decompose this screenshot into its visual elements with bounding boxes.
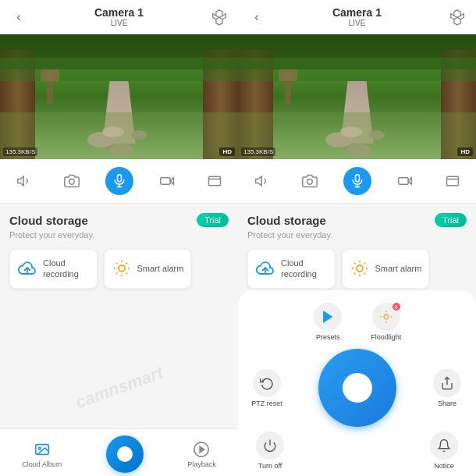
svg-line-25 (126, 263, 126, 264)
cloud-icon-r (254, 258, 276, 279)
ptz-bottom-row: PTZ reset Share (244, 349, 470, 427)
cloud-album-nav[interactable]: Cloud Album (22, 440, 62, 468)
smart-alarm-card-r[interactable]: Smart alarm (342, 249, 430, 289)
presets-icon (314, 303, 342, 331)
svg-line-57 (353, 273, 354, 274)
cloud-storage-header-r: Cloud storage Trial (247, 213, 467, 227)
floodlight-icon: 6 (372, 303, 400, 331)
header-center: Camera 1 LIVE (28, 6, 210, 27)
fullscreen-button-r[interactable] (439, 167, 467, 195)
settings-button-right[interactable] (448, 8, 467, 27)
trial-badge-r[interactable]: Trial (435, 213, 467, 227)
svg-line-23 (115, 263, 116, 264)
svg-point-49 (357, 265, 363, 272)
cloud-recording-label-r: Cloudrecording (281, 258, 317, 280)
feature-cards-r: Cloudrecording Smart (247, 249, 467, 289)
ptz-reset[interactable]: PTZ reset (247, 369, 286, 407)
snapshot-button[interactable] (58, 167, 86, 195)
hd-badge-right: HD (457, 147, 473, 156)
svg-line-26 (115, 273, 116, 274)
cloud-recording-card[interactable]: Cloudrecording (9, 249, 98, 289)
ptz-floodlight[interactable]: 6 Floodlight (367, 303, 406, 341)
alarm-icon (111, 258, 133, 279)
floodlight-label: Floodlight (371, 333, 401, 341)
header-left: ‹ Camera 1 LIVE (0, 0, 238, 34)
svg-point-4 (109, 144, 133, 156)
header-right: ‹ Camera 1 LIVE (238, 0, 476, 34)
svg-rect-44 (398, 178, 408, 184)
alarm-icon-r (349, 258, 371, 279)
cloud-album-icon (33, 440, 52, 459)
svg-point-9 (69, 179, 74, 185)
floodlight-badge: 6 (393, 303, 400, 311)
smart-alarm-card[interactable]: Smart alarm (104, 249, 192, 289)
camera-feed-left: 135.3KB/S HD (0, 34, 238, 159)
notice[interactable]: Notice (424, 432, 464, 470)
watermark-left: camnsmart (73, 363, 165, 414)
panel-left: ‹ Camera 1 LIVE (0, 0, 238, 476)
ptz-overlay: Presets 6 Floodlight (238, 290, 476, 476)
svg-line-24 (126, 273, 126, 274)
back-button-right[interactable]: ‹ (247, 8, 266, 27)
fullscreen-button[interactable] (201, 167, 229, 195)
svg-point-18 (119, 265, 125, 272)
svg-rect-32 (238, 58, 476, 81)
cloud-album-label: Cloud Album (22, 460, 62, 468)
svg-line-56 (364, 263, 364, 264)
ptz-top-row: Presets 6 Floodlight (244, 303, 470, 341)
svg-point-59 (384, 314, 389, 319)
cloud-recording-card-r[interactable]: Cloudrecording (247, 249, 336, 289)
cloud-storage-header: Cloud storage Trial (9, 213, 229, 227)
record-fab-inner (117, 446, 133, 462)
cloud-icon (16, 258, 38, 279)
control-bar-right (238, 159, 476, 204)
ptz-share[interactable]: Share (428, 369, 467, 407)
camera-title-right: Camera 1 (266, 6, 448, 19)
turn-off-label: Turn off (258, 462, 282, 470)
svg-marker-8 (17, 176, 23, 186)
ptz-reset-icon (253, 369, 281, 397)
smart-alarm-label: Smart alarm (137, 263, 184, 274)
turn-off-icon (256, 432, 284, 460)
smart-alarm-label-r: Smart alarm (375, 263, 422, 274)
record-button[interactable] (153, 167, 181, 195)
svg-point-40 (307, 179, 312, 185)
svg-rect-7 (41, 69, 59, 81)
playback-label: Playback (187, 460, 216, 468)
feature-cards: Cloudrecording Smart (9, 249, 229, 289)
camera-title: Camera 1 (28, 6, 210, 19)
presets-label: Presets (316, 333, 340, 341)
bitrate-label-right: 135.3KB/S (241, 147, 275, 156)
snapshot-button-r[interactable] (296, 167, 324, 195)
record-fab[interactable] (106, 435, 144, 473)
turn-off[interactable]: Turn off (250, 432, 290, 470)
cloud-storage-title-r: Cloud storage (247, 214, 326, 227)
ptz-presets[interactable]: Presets (308, 303, 347, 341)
mic-button-r[interactable] (343, 167, 371, 195)
settings-button[interactable] (210, 8, 229, 27)
cloud-storage-subtitle: Protect your everyday. (9, 230, 229, 240)
svg-point-5 (102, 126, 124, 137)
back-button[interactable]: ‹ (9, 8, 28, 27)
control-bar-left (0, 159, 238, 204)
speaker-button-r[interactable] (248, 167, 276, 195)
trial-badge[interactable]: Trial (197, 213, 229, 227)
live-label: LIVE (28, 19, 210, 27)
hd-badge: HD (219, 147, 235, 156)
playback-icon (192, 440, 211, 459)
cloud-storage-subtitle-r: Protect your everyday. (247, 230, 467, 240)
content-area-left: Cloud storage Trial Protect your everyda… (0, 204, 238, 428)
svg-rect-46 (446, 176, 458, 186)
speaker-button[interactable] (10, 167, 38, 195)
bottom-nav-left: Cloud Album Playback (0, 428, 238, 476)
mic-button[interactable] (105, 167, 133, 195)
record-button-r[interactable] (391, 167, 419, 195)
svg-marker-39 (255, 176, 261, 186)
bitrate-label: 135.3KB/S (3, 147, 37, 156)
svg-marker-30 (201, 446, 205, 452)
svg-rect-15 (208, 176, 220, 186)
svg-rect-41 (355, 175, 359, 182)
ptz-joystick-inner (343, 373, 372, 403)
ptz-joystick[interactable] (318, 349, 396, 427)
playback-nav[interactable]: Playback (187, 440, 216, 468)
